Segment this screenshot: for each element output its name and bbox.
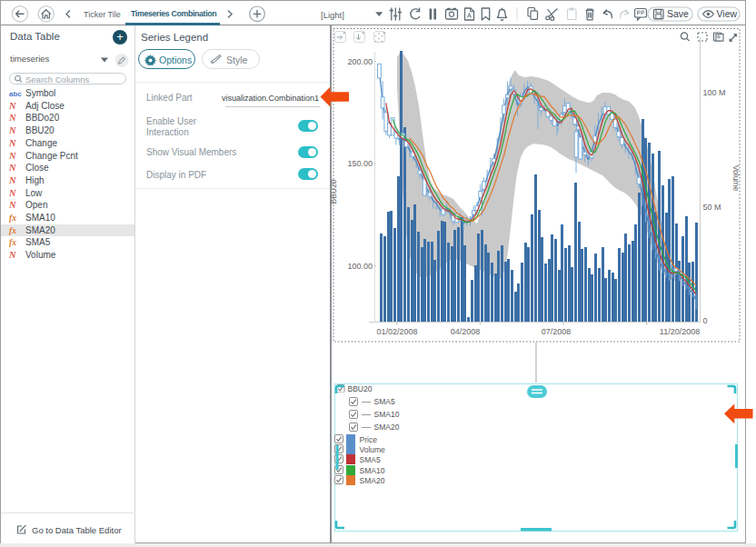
svg-text:BBU20: BBU20 [329, 179, 338, 204]
svg-text:0: 0 [703, 316, 708, 325]
svg-text:04/2008: 04/2008 [451, 327, 481, 336]
svg-text:Volume: Volume [731, 165, 741, 192]
svg-text:150.00: 150.00 [347, 159, 373, 168]
svg-text:200.00: 200.00 [347, 57, 373, 66]
svg-text:07/2008: 07/2008 [542, 327, 572, 336]
svg-text:50 M: 50 M [703, 203, 721, 212]
svg-text:11/20/2008: 11/20/2008 [660, 327, 700, 336]
svg-text:100.00: 100.00 [347, 262, 373, 271]
svg-text:100 M: 100 M [703, 88, 726, 97]
svg-text:01/02/2008: 01/02/2008 [376, 327, 417, 336]
